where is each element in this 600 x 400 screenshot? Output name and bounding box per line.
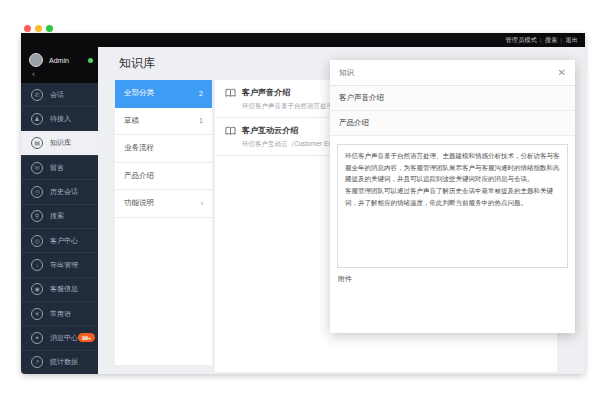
minimize-window-button[interactable] [35,25,42,32]
bell-icon: ✦ [31,332,43,344]
sidebar-item-queue[interactable]: ♟ 待接入 [21,106,98,130]
knowledge-detail-panel: 知识 ✕ 客户声音介绍 产品介绍 环信客户声音基于自然语言处理、主题建模和情感分… [330,60,575,333]
category-count: 2 [199,90,203,97]
result-row-product-intro[interactable]: 产品介绍 [330,111,575,136]
online-status-dot [88,58,93,63]
close-window-button[interactable] [24,25,31,32]
envelope-icon: ✉ [31,162,43,174]
search-link[interactable]: 搜索 [545,36,558,45]
window-controls [24,25,53,32]
sidebar-item-label: 留言 [50,163,64,173]
sidebar-menu: ✆ 会话 ♟ 待接入 ▤ 知识库 ✉ 留言 [21,83,98,374]
topbar-separator: | [561,37,563,43]
article-title: 客户声音介绍 [242,87,290,98]
category-label: 业务流程 [124,143,154,153]
book-icon: ▤ [31,137,43,149]
topbar-separator: | [540,37,542,43]
target-icon: ◉ [31,283,43,295]
sidebar-item-label: 知识库 [50,138,71,148]
category-item-product-intro[interactable]: 产品介绍 [115,163,212,191]
sidebar-item-label: 历史会话 [50,187,78,197]
chat-icon: ✆ [31,89,43,101]
trend-chart-icon: ↗ [31,356,43,368]
collapse-chevron-icon[interactable]: ‹ [21,69,98,82]
profile-section: Admin ‹ [21,47,98,83]
sidebar-item-label: 搜索 [50,211,64,221]
sidebar-item-label: 统计数据 [50,357,78,367]
category-label: 产品介绍 [124,171,154,181]
avatar[interactable] [29,53,43,67]
article-title: 客户互动云介绍 [242,125,298,136]
category-item-all[interactable]: 全部分类 2 [115,80,212,108]
app-window: 管理员模式 | 搜索 | 退出 Admin ‹ ✆ [21,33,585,374]
sidebar-item-statistics[interactable]: ↗ 统计数据 [21,350,98,374]
open-book-icon [225,126,236,136]
sidebar-item-label: 客户中心 [50,236,78,246]
sidebar-item-label: 常用语 [50,309,71,319]
content-paragraph: 客服管理团队可以通过客户声音了解历史会话中最常被提及的主题和关键词，并了解相应的… [345,185,560,208]
chevron-right-icon: › [201,200,203,207]
sidebar-item-label: 待接入 [50,114,71,124]
sidebar-item-label: 导出管理 [50,260,78,270]
sidebar-item-label: 消息中心 [50,333,78,343]
zoom-window-button[interactable] [46,25,53,32]
sidebar-item-sessions[interactable]: ✆ 会话 [21,83,98,106]
download-icon: ↓ [31,259,43,271]
knowledge-content-textarea[interactable]: 环信客户声音基于自然语言处理、主题建模和情感分析技术，分析访客与客服全年的消息内… [337,144,568,268]
attachment-label: 附件 [338,274,575,284]
category-item-drafts[interactable]: 草稿 1 [115,108,212,136]
knowledge-search-input[interactable]: 知识 [339,68,558,78]
category-count: 1 [199,117,203,124]
sidebar-item-label: 会话 [50,90,64,100]
notification-badge: 99+ [78,333,95,342]
sidebar-item-history[interactable]: ◷ 历史会话 [21,179,98,203]
clock-icon: ◷ [31,186,43,198]
sidebar: Admin ‹ ✆ 会话 ♟ 待接入 ▤ [21,47,98,374]
category-label: 全部分类 [124,88,154,98]
category-label: 草稿 [124,116,139,126]
sidebar-item-messages[interactable]: ✉ 留言 [21,155,98,179]
compass-icon: ◎ [31,235,43,247]
logout-link[interactable]: 退出 [565,36,578,45]
sidebar-item-label: 客服信息 [50,284,78,294]
close-icon[interactable]: ✕ [558,67,566,78]
asterisk-icon: ✳ [31,308,43,320]
magnifier-icon: ⚲ [31,210,43,222]
category-item-business-process[interactable]: 业务流程 [115,135,212,163]
sidebar-item-agent-info[interactable]: ◉ 客服信息 [21,277,98,301]
sidebar-item-search[interactable]: ⚲ 搜索 [21,204,98,228]
app-topbar: 管理员模式 | 搜索 | 退出 [21,33,585,47]
result-row-customer-voice[interactable]: 客户声音介绍 [330,86,575,111]
category-item-features[interactable]: 功能说明 › [115,190,212,218]
sidebar-item-knowledge-base[interactable]: ▤ 知识库 [21,131,98,155]
sidebar-item-canned-phrases[interactable]: ✳ 常用语 [21,301,98,325]
open-book-icon [225,88,236,98]
person-icon: ♟ [31,113,43,125]
content-paragraph: 环信客户声音基于自然语言处理、主题建模和情感分析技术，分析访客与客服全年的消息内… [345,150,560,185]
sidebar-item-export[interactable]: ↓ 导出管理 [21,252,98,276]
category-label: 功能说明 [124,198,154,208]
detail-panel-header: 知识 ✕ [330,60,575,86]
sidebar-item-notification-center[interactable]: ✦ 消息中心 99+ [21,325,98,349]
category-panel: 全部分类 2 草稿 1 业务流程 产品介绍 [115,80,212,365]
admin-mode-link[interactable]: 管理员模式 [506,36,538,45]
user-name: Admin [49,57,69,64]
screenshot-stage: 管理员模式 | 搜索 | 退出 Admin ‹ ✆ [0,0,600,400]
sidebar-item-customer-center[interactable]: ◎ 客户中心 [21,228,98,252]
